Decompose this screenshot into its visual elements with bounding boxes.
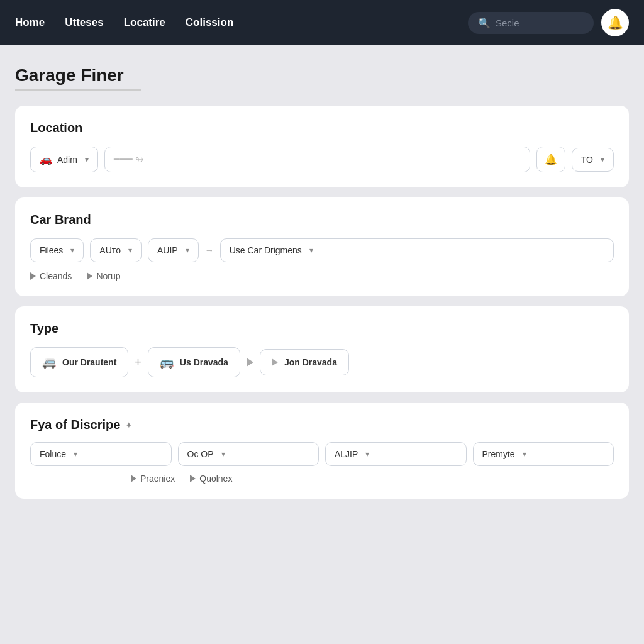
location-row: 🚗 Adim ▾ ━━━ ↬ 🔔 TO ▾ — [30, 147, 614, 172]
location-card: Location 🚗 Adim ▾ ━━━ ↬ 🔔 TO ▾ — [15, 106, 629, 187]
chevron-fya-3: ▾ — [365, 450, 369, 458]
address-input-wrapper: ━━━ ↬ — [104, 147, 530, 172]
car-icon: 🚗 — [40, 153, 52, 165]
type-label-3: Jon Dravada — [284, 357, 337, 367]
chevron-icon-1: ▾ — [70, 246, 74, 255]
quolnex-label: Quolnex — [199, 474, 232, 484]
cleands-label: Cleands — [40, 271, 72, 281]
type-option-2[interactable]: 🚌 Us Dravada — [148, 347, 240, 377]
bell-button[interactable]: 🔔 — [536, 147, 565, 172]
fya-dropdown-4[interactable]: Premyte ▾ — [473, 442, 614, 466]
nav-links: Home Utteses Locatire Colission — [15, 16, 468, 29]
chevron-fya-2: ▾ — [221, 450, 225, 458]
brand-2-label: AUтo — [99, 245, 121, 255]
to-dropdown[interactable]: TO ▾ — [572, 148, 614, 172]
search-icon: 🔍 — [478, 17, 491, 29]
play-triangle-type — [247, 358, 253, 367]
fya-dropdown-2[interactable]: Oc OP ▾ — [178, 442, 319, 466]
praeniex-label: Praeniex — [140, 474, 175, 484]
play-triangle-3 — [272, 358, 278, 366]
to-label: TO — [581, 155, 593, 165]
play-icon-2 — [87, 272, 92, 280]
search-bar[interactable]: 🔍 Secie — [468, 12, 594, 34]
chevron-down-icon: ▾ — [85, 155, 89, 164]
arrow-sep-type — [247, 358, 253, 367]
brand-dropdown-3[interactable]: AUIP ▾ — [148, 238, 199, 262]
cleands-link[interactable]: Cleands — [30, 271, 72, 281]
info-icon: ✦ — [125, 420, 133, 430]
chevron-icon-2: ▾ — [128, 246, 132, 255]
fya-link-row: Praeniex Quolnex — [30, 474, 614, 484]
type-option-1[interactable]: 🚐 Our Drautent — [30, 347, 128, 377]
chevron-fya-1: ▾ — [74, 450, 77, 458]
nav-right: 🔍 Secie 🔔 — [468, 9, 629, 36]
brand-1-label: Filees — [40, 245, 63, 255]
car-brand-title: Car Brand — [30, 213, 614, 227]
fya-label-1: Foluce — [40, 449, 66, 459]
search-input-text: Secie — [496, 18, 519, 28]
page-title: Garage Finer — [15, 65, 629, 86]
fya-dropdowns: Foluce ▾ Oc OP ▾ ALJIP ▾ Premyte ▾ — [30, 442, 614, 466]
fya-dropdown-1[interactable]: Foluce ▾ — [30, 442, 172, 466]
address-input[interactable] — [148, 155, 520, 165]
bell-icon: 🔔 — [545, 154, 557, 165]
chevron-icon-3: ▾ — [186, 246, 189, 255]
address-icon: ━━━ ↬ — [114, 153, 143, 165]
brand-dropdown-2[interactable]: AUтo ▾ — [90, 238, 142, 262]
avatar-button[interactable]: 🔔 — [601, 9, 629, 36]
nav-colission[interactable]: Colission — [186, 16, 234, 29]
norup-link[interactable]: Norup — [87, 271, 120, 281]
arrow-separator: → — [205, 245, 214, 255]
praeniex-link[interactable]: Praeniex — [131, 474, 175, 484]
title-underline — [15, 89, 141, 91]
nav-utteses[interactable]: Utteses — [65, 16, 103, 29]
chevron-fya-4: ▾ — [523, 450, 526, 458]
type-option-3[interactable]: Jon Dravada — [260, 349, 349, 375]
fya-dropdown-3[interactable]: ALJIP ▾ — [325, 442, 467, 466]
type-icon-2: 🚌 — [160, 355, 174, 369]
location-dropdown-label: Adim — [57, 155, 77, 165]
brand-row: Filees ▾ AUтo ▾ AUIP ▾ → Use Car Drigmen… — [30, 238, 614, 262]
fya-label-4: Premyte — [482, 449, 515, 459]
type-card: Type 🚐 Our Drautent + 🚌 Us Dravada Jon D… — [15, 306, 629, 392]
play-icon-quolnex — [190, 475, 196, 482]
fya-label-2: Oc OP — [187, 449, 214, 459]
type-row: 🚐 Our Drautent + 🚌 Us Dravada Jon Dravad… — [30, 347, 614, 377]
main-content: Garage Finer Location 🚗 Adim ▾ ━━━ ↬ 🔔 T… — [0, 45, 644, 529]
play-icon-praeniex — [131, 475, 136, 482]
type-icon-1: 🚐 — [42, 355, 56, 369]
brand-4-label: Use Car Drigmens — [230, 245, 302, 255]
type-label-2: Us Dravada — [180, 357, 228, 367]
brand-dropdown-4[interactable]: Use Car Drigmens ▾ — [220, 238, 614, 262]
quolnex-link[interactable]: Quolnex — [190, 474, 232, 484]
chevron-icon-4: ▾ — [309, 246, 313, 255]
plus-separator: + — [135, 356, 142, 369]
type-title: Type — [30, 321, 614, 336]
nav-locatire[interactable]: Locatire — [124, 16, 165, 29]
fya-title-row: Fya of Discripe ✦ — [30, 418, 614, 432]
location-dropdown[interactable]: 🚗 Adim ▾ — [30, 147, 98, 172]
play-icon-1 — [30, 272, 36, 280]
location-title: Location — [30, 121, 614, 135]
fya-title: Fya of Discripe — [30, 418, 120, 432]
fya-card: Fya of Discripe ✦ Foluce ▾ Oc OP ▾ ALJIP… — [15, 402, 629, 499]
brand-3-label: AUIP — [157, 245, 178, 255]
car-brand-card: Car Brand Filees ▾ AUтo ▾ AUIP ▾ → Use C… — [15, 197, 629, 296]
nav-home[interactable]: Home — [15, 16, 45, 29]
navbar: Home Utteses Locatire Colission 🔍 Secie … — [0, 0, 644, 45]
brand-dropdown-1[interactable]: Filees ▾ — [30, 238, 84, 262]
fya-label-3: ALJIP — [335, 449, 358, 459]
norup-label: Norup — [96, 271, 120, 281]
brand-link-row: Cleands Norup — [30, 271, 614, 281]
type-label-1: Our Drautent — [62, 357, 116, 367]
chevron-down-icon-to: ▾ — [601, 155, 604, 164]
